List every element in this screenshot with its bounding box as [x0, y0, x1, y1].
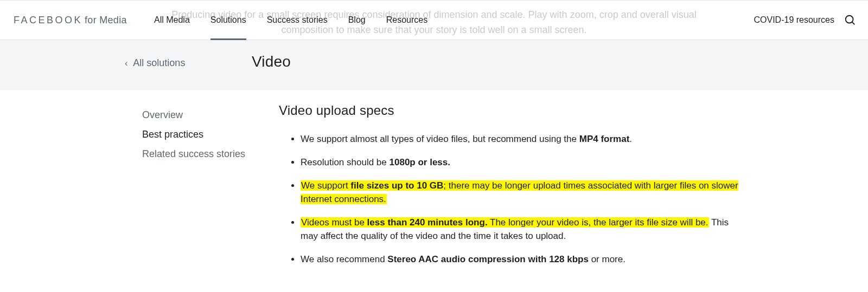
spec-item: We support file sizes up to 10 GB; there…: [301, 179, 745, 206]
sidebar: Overview Best practices Related success …: [0, 103, 252, 276]
spec-text: The longer your video is, the larger its…: [488, 217, 709, 228]
main-nav: All Media Solutions Success stories Blog…: [154, 1, 427, 40]
nav-all-media[interactable]: All Media: [154, 1, 190, 40]
sidebar-item-overview[interactable]: Overview: [142, 105, 252, 125]
nav-blog[interactable]: Blog: [348, 1, 366, 40]
spec-text: We also recommend: [301, 254, 387, 264]
spec-text: Videos must be: [301, 217, 367, 228]
spec-strong: file sizes up to 10 GB: [350, 180, 443, 191]
spec-text: .: [629, 134, 632, 144]
content-area: Overview Best practices Related success …: [0, 90, 868, 276]
back-all-solutions[interactable]: ‹ All solutions: [125, 57, 185, 69]
highlight: We support file sizes up to 10 GB; there…: [301, 180, 738, 204]
spec-text: Resolution should be: [301, 157, 390, 167]
spec-item: We support almost all types of video fil…: [301, 132, 745, 146]
nav-solutions[interactable]: Solutions: [210, 1, 246, 40]
spec-strong: MP4 format: [579, 134, 630, 144]
spec-item: Resolution should be 1080p or less.: [301, 155, 745, 169]
spec-strong: 1080p or less.: [390, 157, 450, 167]
spec-list: We support almost all types of video fil…: [279, 132, 745, 266]
back-label: All solutions: [133, 57, 185, 69]
svg-line-1: [852, 22, 855, 25]
nav-success-stories[interactable]: Success stories: [267, 1, 328, 40]
main-content: Video upload specs We support almost all…: [252, 103, 745, 276]
ghost-background-text: Producing video for a small screen requi…: [0, 7, 868, 37]
spec-text: We support almost all types of video fil…: [301, 134, 579, 144]
chevron-left-icon: ‹: [125, 59, 127, 68]
spec-strong: Stereo AAC audio compression with 128 kb…: [387, 254, 589, 264]
search-button[interactable]: [844, 14, 856, 26]
sidebar-item-best-practices[interactable]: Best practices: [142, 125, 252, 144]
brand-sub: for Media: [85, 15, 127, 26]
covid-resources-link[interactable]: COVID-19 resources: [754, 15, 835, 25]
spec-item: Videos must be less than 240 minutes lon…: [301, 216, 745, 243]
spec-item: We also recommend Stereo AAC audio compr…: [301, 252, 745, 266]
highlight: Videos must be less than 240 minutes lon…: [301, 217, 709, 228]
spec-text: We support: [301, 180, 350, 191]
svg-point-0: [846, 16, 853, 23]
brand-main: FACEBOOK: [14, 15, 82, 26]
sidebar-item-related-success-stories[interactable]: Related success stories: [142, 144, 252, 164]
right-nav: COVID-19 resources: [754, 14, 857, 26]
nav-resources[interactable]: Resources: [386, 1, 427, 40]
page-title: Video: [252, 53, 291, 70]
spec-strong: less than 240 minutes long.: [367, 217, 488, 228]
search-icon: [844, 14, 856, 26]
section-title: Video upload specs: [279, 103, 745, 118]
sub-header-band: ‹ All solutions Video: [0, 40, 868, 90]
top-nav-bar: Producing video for a small screen requi…: [0, 0, 868, 40]
brand-logo[interactable]: FACEBOOK for Media: [14, 15, 127, 26]
spec-text: or more.: [589, 254, 626, 264]
